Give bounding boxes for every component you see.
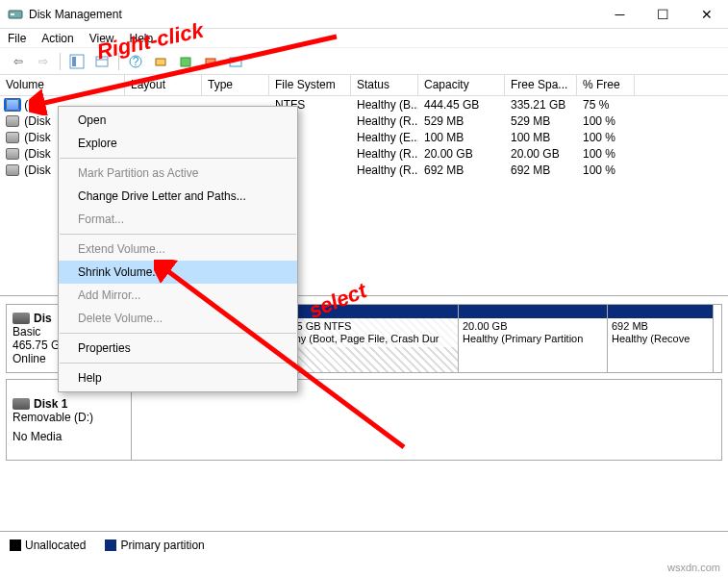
legend-unallocated: Unallocated <box>10 539 86 552</box>
svg-rect-10 <box>206 59 215 65</box>
app-icon <box>8 7 23 22</box>
svg-rect-3 <box>72 57 76 66</box>
context-menu: Open Explore Mark Partition as Active Ch… <box>58 106 298 392</box>
col-layout[interactable]: Layout <box>125 75 202 95</box>
ctx-explore[interactable]: Explore <box>59 132 297 155</box>
partition[interactable]: 692 MBHealthy (Recove <box>608 305 714 372</box>
col-capacity[interactable]: Capacity <box>418 75 505 95</box>
tool-icon-4[interactable] <box>225 51 246 72</box>
col-type[interactable]: Type <box>202 75 269 95</box>
maximize-button[interactable]: ☐ <box>641 0 685 28</box>
menu-bar: File Action View Help <box>0 29 728 48</box>
col-volume[interactable]: Volume <box>0 75 125 95</box>
menu-action[interactable]: Action <box>41 32 73 45</box>
ctx-help[interactable]: Help <box>59 366 297 389</box>
legend-primary: Primary partition <box>105 539 204 552</box>
minimize-button[interactable]: ─ <box>598 0 641 28</box>
ctx-shrink[interactable]: Shrink Volume... <box>59 261 297 284</box>
tool-icon-1[interactable] <box>150 51 171 72</box>
show-icon[interactable] <box>66 51 88 72</box>
svg-rect-1 <box>11 13 14 15</box>
close-button[interactable]: ✕ <box>685 0 728 28</box>
ctx-format: Format... <box>59 208 297 231</box>
disk-icon <box>13 313 30 324</box>
col-freespace[interactable]: Free Spa... <box>505 75 577 95</box>
tool-icon-3[interactable] <box>200 51 221 72</box>
col-pctfree[interactable]: % Free <box>577 75 635 95</box>
ctx-mirror: Add Mirror... <box>59 284 297 307</box>
svg-text:?: ? <box>133 55 139 68</box>
tool-icon-2[interactable] <box>175 51 196 72</box>
ctx-extend: Extend Volume... <box>59 238 297 261</box>
ctx-open[interactable]: Open <box>59 109 297 132</box>
watermark: wsxdn.com <box>667 562 720 573</box>
menu-file[interactable]: File <box>8 32 26 45</box>
svg-rect-8 <box>156 59 165 65</box>
disk-icon <box>13 398 30 410</box>
ctx-properties[interactable]: Properties <box>59 337 297 360</box>
legend: Unallocated Primary partition <box>0 531 728 558</box>
refresh-icon[interactable] <box>91 51 113 72</box>
svg-rect-11 <box>230 58 241 66</box>
svg-rect-4 <box>96 57 108 66</box>
ctx-mark-active: Mark Partition as Active <box>59 162 297 185</box>
svg-rect-12 <box>232 60 235 63</box>
menu-view[interactable]: View <box>89 32 114 45</box>
ctx-delete: Delete Volume... <box>59 307 297 330</box>
col-status[interactable]: Status <box>351 75 418 95</box>
window-title: Disk Management <box>29 8 598 21</box>
toolbar: ⇦ ⇨ ? <box>0 48 728 75</box>
title-bar: Disk Management ─ ☐ ✕ <box>0 0 728 29</box>
forward-icon[interactable]: ⇨ <box>33 51 54 72</box>
partition[interactable]: 20.00 GBHealthy (Primary Partition <box>459 305 608 372</box>
back-icon[interactable]: ⇦ <box>8 51 29 72</box>
volume-list-header: Volume Layout Type File System Status Ca… <box>0 75 728 96</box>
ctx-change-letter[interactable]: Change Drive Letter and Paths... <box>59 185 297 208</box>
menu-help[interactable]: Help <box>130 32 154 45</box>
col-filesystem[interactable]: File System <box>269 75 351 95</box>
svg-rect-9 <box>181 58 190 66</box>
help-icon[interactable]: ? <box>125 51 146 72</box>
